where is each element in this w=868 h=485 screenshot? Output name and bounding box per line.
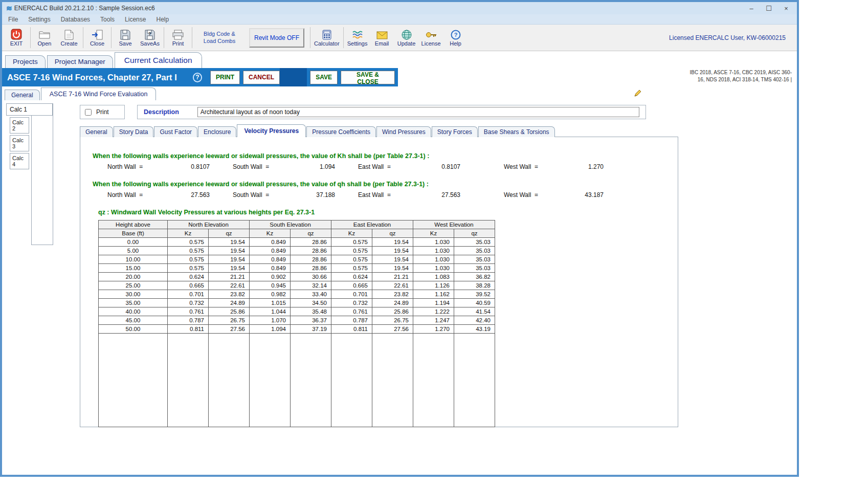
subtab-general[interactable]: General — [80, 126, 113, 137]
maximize-button[interactable]: ☐ — [760, 3, 777, 14]
tab-general-doc[interactable]: General — [5, 90, 40, 100]
cancel-button[interactable]: CANCEL — [243, 71, 280, 84]
menubar: FileSettingsDatabasesToolsLicenseHelp — [2, 14, 797, 25]
value-cell: 24.89 — [209, 299, 250, 307]
subtab-story-forces[interactable]: Story Forces — [432, 126, 478, 137]
wall-value-pair: North Wall =27.563 — [107, 191, 210, 199]
value-cell: 35.03 — [454, 255, 495, 264]
value-cell: 25.86 — [209, 307, 250, 316]
height-cell: 45.00 — [99, 316, 168, 325]
update-button[interactable]: Update — [394, 25, 419, 51]
wall-label: East Wall = — [358, 191, 391, 199]
license-button[interactable]: License — [419, 25, 443, 51]
bldg-code-button[interactable]: Bldg Code &Load Combs — [194, 25, 245, 51]
save-button-toolbar[interactable]: Save — [113, 25, 138, 51]
exit-label: EXIT — [10, 40, 23, 47]
height-cell: 30.00 — [99, 290, 168, 299]
subtab-wind-pressures[interactable]: Wind Pressures — [376, 126, 431, 137]
value-cell: 23.82 — [209, 290, 250, 299]
value-cell: 1.126 — [413, 281, 454, 290]
value-cell: 0.849 — [250, 247, 291, 255]
tab-projects[interactable]: Projects — [5, 55, 46, 68]
close-window-button[interactable]: × — [777, 3, 795, 14]
exit-button[interactable]: EXIT — [4, 25, 29, 51]
create-button[interactable]: Create — [57, 25, 81, 51]
calc-help-icon[interactable]: ? — [193, 73, 202, 82]
description-input[interactable] — [197, 107, 639, 117]
open-button[interactable]: Open — [32, 25, 57, 51]
value-cell: 38.28 — [454, 281, 495, 290]
calc-tab-4[interactable]: Calc 4 — [10, 153, 29, 169]
table-row: 0.000.57519.540.84928.860.57519.541.0303… — [99, 238, 495, 247]
value-cell: 1.194 — [413, 299, 454, 307]
saveas-button[interactable]: ? SaveAs — [138, 25, 162, 51]
north-elevation-header: North Elevation — [168, 221, 250, 229]
value-cell: 0.575 — [331, 264, 372, 273]
tab-current-calculation[interactable]: Current Calculation — [115, 52, 202, 68]
tab-project-manager[interactable]: Project Manager — [47, 55, 113, 68]
help-button[interactable]: ? Help — [443, 25, 468, 51]
value-cell: 35.48 — [291, 307, 331, 316]
menu-item-tools[interactable]: Tools — [100, 16, 115, 23]
calc-tab-2[interactable]: Calc 2 — [10, 117, 29, 134]
header-divider — [280, 68, 307, 86]
value-cell: 42.40 — [454, 316, 495, 325]
toolbar-separator — [83, 27, 83, 48]
close-button[interactable]: Close — [85, 25, 109, 51]
print-button-toolbar[interactable]: Print — [166, 25, 190, 51]
settings-button[interactable]: Settings — [345, 25, 370, 51]
value-cell: 0.761 — [168, 307, 209, 316]
menu-item-file[interactable]: File — [8, 16, 18, 23]
south-elevation-header: South Elevation — [250, 221, 331, 229]
value-cell: 1.094 — [250, 325, 291, 334]
value-cell: 27.56 — [209, 325, 250, 334]
minimize-button[interactable]: – — [743, 3, 760, 14]
value-cell: 0.761 — [331, 307, 372, 316]
subtab-pressure-coefficients[interactable]: Pressure Coefficients — [306, 126, 376, 137]
floppy-question-icon: ? — [145, 29, 155, 40]
email-envelope-icon — [376, 29, 388, 40]
value-cell: 0.575 — [168, 247, 209, 255]
globe-icon — [402, 29, 412, 40]
subtab-story-data[interactable]: Story Data — [114, 126, 154, 137]
svg-text:?: ? — [454, 32, 457, 38]
subtab-enclosure[interactable]: Enclosure — [198, 126, 236, 137]
menu-item-help[interactable]: Help — [156, 16, 169, 23]
key-icon — [426, 29, 437, 40]
menu-item-settings[interactable]: Settings — [28, 16, 50, 23]
tab-wind-force-evaluation[interactable]: ASCE 7-16 Wind Force Evaluation — [41, 87, 157, 100]
value-cell: 0.575 — [331, 238, 372, 247]
subtab-gust-factor[interactable]: Gust Factor — [154, 126, 197, 137]
calculator-icon — [322, 29, 331, 40]
menu-item-databases[interactable]: Databases — [61, 16, 90, 23]
print-button[interactable]: PRINT — [210, 71, 240, 84]
revit-mode-button[interactable]: Revit Mode OFF — [249, 28, 304, 48]
print-checkbox[interactable] — [85, 109, 92, 116]
email-button[interactable]: Email — [370, 25, 394, 51]
qz-header: qz — [372, 229, 413, 238]
value-cell: 35.03 — [454, 247, 495, 255]
calc-tab-3[interactable]: Calc 3 — [10, 135, 29, 151]
empty-cell — [99, 334, 168, 427]
close-label: Close — [90, 40, 104, 47]
qz-heading: qz : Windward Wall Velocity Pressures at… — [98, 209, 678, 216]
subtab-velocity-pressures[interactable]: Velocity Pressures — [237, 124, 306, 137]
toolbar-separator — [310, 27, 310, 48]
empty-cell — [209, 334, 250, 427]
value-cell: 0.701 — [331, 290, 372, 299]
value-cell: 28.86 — [291, 255, 331, 264]
table-row: 15.000.57519.540.84928.860.57519.541.030… — [99, 264, 495, 273]
edit-pencil-icon[interactable] — [634, 90, 642, 99]
menu-item-license[interactable]: License — [125, 16, 146, 23]
calculator-button[interactable]: Calculator — [312, 25, 342, 51]
value-cell: 19.54 — [209, 264, 250, 273]
wall-label: South Wall = — [233, 191, 269, 199]
table-sub-header-row: Base (ft) Kz qz Kz qz Kz qz Kz qz — [99, 229, 495, 238]
toolbar-separator — [192, 27, 192, 48]
save-close-button[interactable]: SAVE & CLOSE — [341, 71, 395, 84]
value-cell: 1.044 — [250, 307, 291, 316]
save-button[interactable]: SAVE — [310, 71, 338, 84]
kz-header: Kz — [413, 229, 454, 238]
subtab-base-shears-torsions[interactable]: Base Shears & Torsions — [478, 126, 555, 137]
calc-tab-1[interactable]: Calc 1 — [6, 103, 53, 116]
